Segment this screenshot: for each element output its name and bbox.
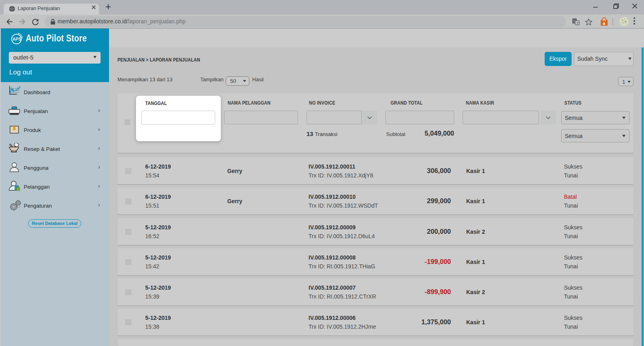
svg-text:文: 文 (576, 21, 579, 25)
svg-text:a: a (603, 21, 606, 26)
svg-text:APS: APS (12, 37, 21, 41)
